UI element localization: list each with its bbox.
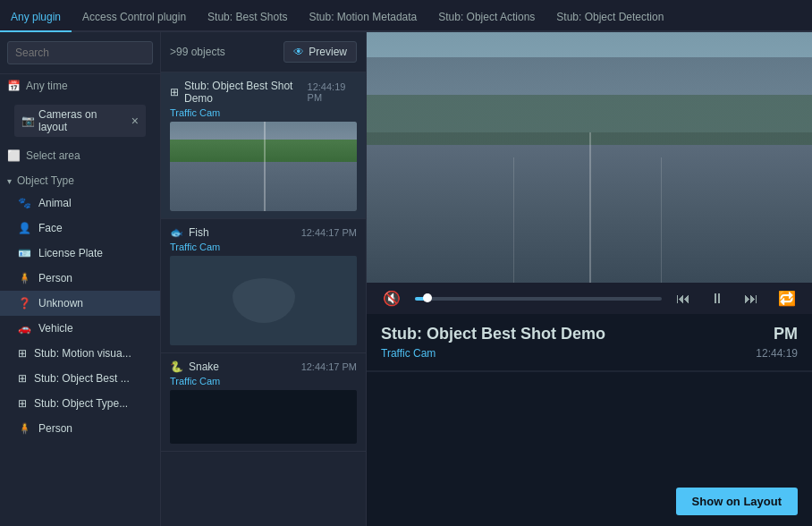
event-camera: Traffic Cam [170,107,357,118]
person-icon: 🧍 [18,272,31,284]
tab-access-control[interactable]: Access Control plugin [72,4,197,32]
skip-back-button[interactable]: ⏮ [671,289,696,309]
filter-any-time-label: Any time [26,80,68,92]
tab-object-actions[interactable]: Stub: Object Actions [427,4,546,32]
vehicle-icon: 🚗 [18,322,31,335]
sidebar-item-unknown[interactable]: ❓ Unknown [0,291,160,316]
video-info: Stub: Object Best Shot Demo PM Traffic C… [367,314,812,371]
stub-motion-label: Stub: Motion visua... [34,347,131,360]
objects-count: >99 objects [170,46,225,58]
event-item[interactable]: 🐍 Snake 12:44:17 PM Traffic Cam [161,353,366,452]
unknown-label: Unknown [38,297,83,310]
stub-object-best-icon: ⊞ [18,372,27,385]
person2-label: Person [38,422,72,435]
mute-button[interactable]: 🔇 [377,288,406,309]
center-header: >99 objects 👁 Preview [161,32,366,72]
filter-select-area[interactable]: ⬜ Select area [0,144,160,167]
object-type-section[interactable]: ▾ Object Type [0,167,160,191]
license-plate-icon: 🪪 [18,247,31,259]
license-plate-label: License Plate [38,247,103,259]
eye-icon: 👁 [293,46,304,58]
unknown-icon: ❓ [18,297,31,310]
event-camera: Traffic Cam [170,242,357,252]
event-item[interactable]: ⊞ Stub: Object Best Shot Demo 12:44:19 P… [161,72,366,219]
sidebar-item-face[interactable]: 👤 Face [0,216,160,241]
sidebar-item-stub-motion[interactable]: ⊞ Stub: Motion visua... [0,341,160,366]
person2-icon: 🧍 [18,422,31,435]
tabs-bar: Any plugin Access Control plugin Stub: B… [0,0,812,32]
event-header: 🐍 Snake 12:44:17 PM [170,361,357,373]
sidebar-item-person[interactable]: 🧍 Person [0,266,160,291]
show-on-layout-button[interactable]: Show on Layout [676,488,798,515]
sidebar-item-license-plate[interactable]: 🪪 License Plate [0,241,160,266]
event-name: Fish [189,226,209,239]
event-item[interactable]: 🐟 Fish 12:44:17 PM Traffic Cam [161,219,366,353]
video-title-row: Stub: Object Best Shot Demo PM [381,325,798,344]
event-title: 🐟 Fish [170,226,209,239]
cameras-on-layout-chip[interactable]: 📷 Cameras on layout × [14,105,146,137]
cameras-filter-row: 📷 Cameras on layout × [0,98,160,144]
area-icon: ⬜ [7,149,21,162]
video-title-text: Stub: Object Best Shot Demo [381,325,605,344]
road-scene [170,122,357,211]
loop-button[interactable]: 🔁 [773,288,801,309]
search-input[interactable] [7,41,153,64]
progress-bar[interactable] [415,297,662,301]
event-name: Stub: Object Best Shot Demo [184,80,308,105]
event-thumbnail [170,390,357,444]
stub-object-type-icon: ⊞ [18,397,27,410]
event-thumbnail [170,256,357,345]
tab-any-plugin[interactable]: Any plugin [0,4,72,32]
object-type-label: Object Type [17,174,74,187]
tab-best-shots[interactable]: Stub: Best Shots [197,4,298,32]
event-time: 12:44:17 PM [301,361,357,372]
sidebar-item-stub-object-best[interactable]: ⊞ Stub: Object Best ... [0,366,160,391]
face-icon: 👤 [18,222,31,234]
center-panel: >99 objects 👁 Preview ⊞ Stub: Object Bes… [161,32,367,526]
sidebar-item-stub-object-type[interactable]: ⊞ Stub: Object Type... [0,391,160,416]
chevron-down-icon: ▾ [7,176,12,186]
sidebar: 📅 Any time 📷 Cameras on layout × ⬜ Selec… [0,32,161,526]
vehicle-label: Vehicle [38,322,73,335]
animal-icon: 🐾 [18,197,31,209]
video-camera: Traffic Cam [381,347,436,360]
pause-button[interactable]: ⏸ [705,289,730,309]
filter-select-area-label: Select area [26,149,80,162]
cameras-chip-label: Cameras on layout [38,108,124,133]
sidebar-item-animal[interactable]: 🐾 Animal [0,191,160,216]
search-section [0,32,160,74]
right-panel: 🔇 ⏮ ⏸ ⏭ 🔁 Stub: Object Best Shot Demo PM… [367,32,812,526]
preview-button[interactable]: 👁 Preview [283,41,357,63]
sidebar-item-vehicle[interactable]: 🚗 Vehicle [0,316,160,341]
event-time: 12:44:17 PM [301,227,357,238]
face-label: Face [38,222,63,234]
stub-icon: ⊞ [170,86,179,98]
preview-label: Preview [309,46,347,58]
event-header: ⊞ Stub: Object Best Shot Demo 12:44:19 P… [170,80,357,105]
person-label: Person [38,272,72,284]
chip-close-icon[interactable]: × [131,114,139,128]
video-timestamp: 12:44:19 [756,347,798,360]
bottom-bar: Show on Layout [367,371,812,526]
filter-any-time[interactable]: 📅 Any time [0,74,160,98]
tab-object-detection[interactable]: Stub: Object Detection [546,4,674,32]
event-thumbnail [170,122,357,211]
stub-object-type-label: Stub: Object Type... [34,397,128,410]
event-title: 🐍 Snake [170,361,219,373]
animal-label: Animal [38,197,72,209]
video-area [367,32,812,283]
tab-motion-metadata[interactable]: Stub: Motion Metadata [299,4,428,32]
progress-thumb [423,293,432,302]
events-list: ⊞ Stub: Object Best Shot Demo 12:44:19 P… [161,72,366,526]
sidebar-item-person2[interactable]: 🧍 Person [0,416,160,441]
event-title: ⊞ Stub: Object Best Shot Demo [170,80,308,105]
stub-motion-icon: ⊞ [18,347,27,360]
main-content: 📅 Any time 📷 Cameras on layout × ⬜ Selec… [0,32,812,526]
fish-icon: 🐟 [170,226,183,239]
skip-forward-button[interactable]: ⏭ [739,289,764,309]
snake-icon: 🐍 [170,361,183,373]
event-header: 🐟 Fish 12:44:17 PM [170,226,357,239]
video-time-badge: PM [774,325,798,344]
stub-object-best-label: Stub: Object Best ... [34,372,130,385]
camera-icon: 📷 [21,115,35,127]
